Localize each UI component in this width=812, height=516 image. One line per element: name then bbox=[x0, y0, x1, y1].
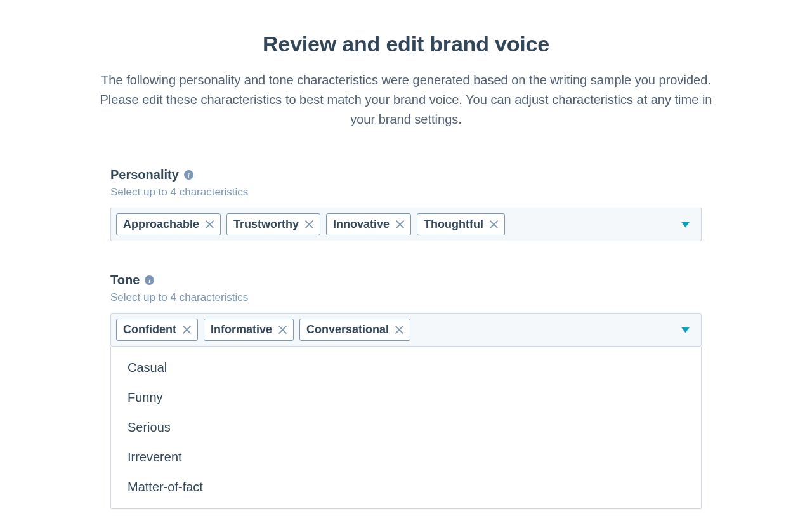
close-icon[interactable] bbox=[396, 220, 404, 228]
tag-thoughtful: Thoughtful bbox=[417, 213, 505, 235]
page-subtitle: The following personality and tone chara… bbox=[89, 70, 723, 129]
chevron-down-icon[interactable] bbox=[681, 222, 690, 228]
option-casual[interactable]: Casual bbox=[111, 353, 701, 383]
tag-conversational: Conversational bbox=[299, 319, 410, 341]
chevron-down-icon[interactable] bbox=[681, 327, 690, 333]
personality-select[interactable]: Approachable Trustworthy Innovative bbox=[110, 208, 702, 241]
personality-label: Personality bbox=[110, 168, 179, 182]
tone-label: Tone bbox=[110, 273, 140, 288]
close-icon[interactable] bbox=[395, 326, 403, 334]
tag-label: Confident bbox=[123, 323, 176, 336]
tag-trustworthy: Trustworthy bbox=[226, 213, 320, 235]
tag-label: Approachable bbox=[123, 218, 199, 231]
option-irreverent[interactable]: Irreverent bbox=[111, 442, 701, 472]
tone-dropdown: Casual Funny Serious Irreverent Matter-o… bbox=[110, 347, 702, 509]
tone-section: Tone i Select up to 4 characteristics Co… bbox=[110, 273, 702, 347]
personality-helper: Select up to 4 characteristics bbox=[110, 186, 702, 199]
tag-label: Thoughtful bbox=[424, 218, 483, 231]
option-funny[interactable]: Funny bbox=[111, 383, 701, 413]
tag-label: Informative bbox=[211, 323, 272, 336]
option-matter-of-fact[interactable]: Matter-of-fact bbox=[111, 472, 701, 502]
tag-informative: Informative bbox=[204, 319, 294, 341]
tone-select[interactable]: Confident Informative Conversational bbox=[110, 313, 702, 347]
option-serious[interactable]: Serious bbox=[111, 413, 701, 442]
tag-confident: Confident bbox=[116, 319, 198, 341]
close-icon[interactable] bbox=[206, 220, 214, 228]
tag-approachable: Approachable bbox=[116, 213, 221, 235]
tag-label: Conversational bbox=[306, 323, 389, 336]
close-icon[interactable] bbox=[490, 220, 498, 228]
tag-innovative: Innovative bbox=[326, 213, 411, 235]
tag-label: Trustworthy bbox=[233, 218, 299, 231]
close-icon[interactable] bbox=[305, 220, 313, 228]
page-header: Review and edit brand voice The followin… bbox=[89, 32, 723, 129]
tag-label: Innovative bbox=[333, 218, 390, 231]
tone-helper: Select up to 4 characteristics bbox=[110, 291, 702, 304]
close-icon[interactable] bbox=[183, 326, 191, 334]
page-title: Review and edit brand voice bbox=[89, 32, 723, 56]
info-icon[interactable]: i bbox=[145, 275, 154, 285]
info-icon[interactable]: i bbox=[184, 170, 193, 180]
personality-section: Personality i Select up to 4 characteris… bbox=[110, 168, 702, 241]
close-icon[interactable] bbox=[278, 326, 287, 334]
